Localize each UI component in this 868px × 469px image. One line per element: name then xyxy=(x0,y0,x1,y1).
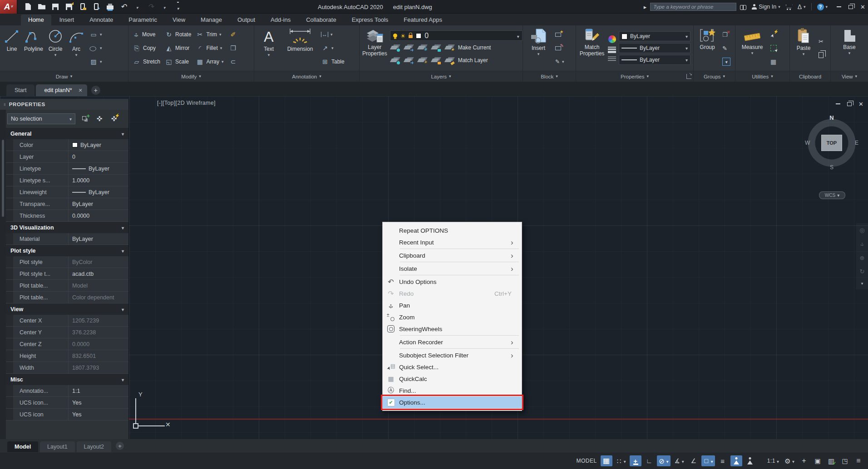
palette-property-row[interactable]: UCS icon... Yes xyxy=(6,397,128,409)
view-cube-west[interactable]: W xyxy=(805,140,810,146)
palette-section-header[interactable]: 3D Visualization xyxy=(6,222,128,233)
scrollbar-thumb[interactable] xyxy=(2,140,4,217)
context-menu-item[interactable]: Repeat OPTIONS xyxy=(383,225,522,236)
view-cube[interactable]: N S W E TOP xyxy=(807,118,857,168)
palette-property-row[interactable]: Lineweight ByLayer xyxy=(6,186,128,198)
search-input[interactable] xyxy=(650,3,736,11)
property-value[interactable]: Yes xyxy=(69,400,128,406)
panel-label-draw[interactable]: Draw xyxy=(0,71,128,82)
viewport-restore-button[interactable] xyxy=(847,102,852,106)
navigation-wheel-icon[interactable]: ◎ xyxy=(859,227,864,234)
quick-select-palette-button[interactable] xyxy=(109,114,119,123)
chevron-down-icon[interactable] xyxy=(75,53,78,57)
view-cube-east[interactable]: E xyxy=(855,140,858,146)
ribbon-tab[interactable]: Add-ins xyxy=(263,15,298,25)
layer-off-button[interactable] xyxy=(390,57,399,64)
paste-button[interactable]: Paste xyxy=(793,27,814,69)
context-menu-item[interactable]: Undo Options xyxy=(383,276,522,288)
qat-button[interactable] xyxy=(119,2,128,12)
status-bar-button[interactable] xyxy=(601,455,612,466)
rotate-button[interactable]: ↻Rotate xyxy=(163,29,192,41)
palette-property-row[interactable]: Material ByLayer xyxy=(6,233,128,245)
panel-label-modify[interactable]: Modify xyxy=(128,71,254,82)
status-bar-button[interactable] xyxy=(630,455,641,466)
view-cube-south[interactable]: S xyxy=(830,164,833,171)
palette-section-header[interactable]: Plot style xyxy=(6,245,128,256)
lineweight-dropdown[interactable]: ByLayer xyxy=(619,43,690,53)
ellipse-button[interactable]: ◯ xyxy=(88,42,104,54)
layer-thaw-all-button[interactable] xyxy=(417,57,426,64)
status-bar-button[interactable] xyxy=(643,455,655,466)
property-value[interactable]: ByLayer xyxy=(69,166,128,172)
new-layout-button[interactable] xyxy=(116,442,124,450)
panel-label-view[interactable]: View xyxy=(831,71,868,82)
palette-property-row[interactable]: Plot table... Model xyxy=(6,280,128,292)
context-menu-item[interactable]: SteeringWheels xyxy=(383,323,522,335)
dialog-launcher-icon[interactable] xyxy=(686,74,691,79)
context-menu-item[interactable]: Redo Ctrl+Y xyxy=(383,288,522,299)
palette-scrollbar[interactable] xyxy=(0,110,6,439)
linear-dimension-button[interactable]: ↔ xyxy=(320,29,346,41)
search-expand-icon[interactable] xyxy=(644,3,647,11)
viewport-close-button[interactable] xyxy=(858,100,863,108)
layer-freeze-button[interactable] xyxy=(417,44,426,51)
wcs-dropdown[interactable]: WCS xyxy=(819,191,845,199)
qat-button[interactable] xyxy=(24,2,33,12)
stretch-button[interactable]: ▱Stretch xyxy=(131,56,162,68)
palette-property-row[interactable]: Linetype ByLayer xyxy=(6,163,128,175)
base-button[interactable]: Base xyxy=(838,27,861,69)
property-value[interactable]: Color dependent xyxy=(69,294,128,301)
context-menu-item[interactable]: Zoom xyxy=(383,311,522,323)
panel-label-annotation[interactable]: Annotation xyxy=(254,71,359,82)
palette-property-row[interactable]: Plot style t... acad.ctb xyxy=(6,268,128,280)
object-color-dropdown[interactable]: ByLayer xyxy=(619,31,690,41)
ribbon-tab[interactable]: View xyxy=(165,15,192,25)
palette-property-row[interactable]: Width 1807.3793 xyxy=(6,362,128,374)
status-bar-button[interactable] xyxy=(783,455,796,466)
application-menu-button[interactable]: A xyxy=(0,0,17,14)
sign-in-button[interactable]: Sign In xyxy=(752,4,780,10)
panel-label-layers[interactable]: Layers xyxy=(360,71,523,82)
arc-button[interactable]: Arc xyxy=(67,27,85,69)
chevron-down-icon[interactable] xyxy=(54,53,57,57)
ungroup-button[interactable]: ❐ xyxy=(721,29,732,41)
qat-button[interactable] xyxy=(78,2,87,12)
restore-button[interactable] xyxy=(848,5,853,9)
qat-button[interactable] xyxy=(92,2,101,12)
group-edit-button[interactable] xyxy=(721,42,732,54)
palette-property-row[interactable]: Linetype s... 1.0000 xyxy=(6,175,128,186)
property-value[interactable]: ByLayer xyxy=(69,201,128,207)
chevron-down-icon[interactable] xyxy=(220,46,222,50)
property-value[interactable]: 0 xyxy=(69,154,128,160)
copy-button[interactable]: ⎘Copy xyxy=(131,42,162,54)
property-value[interactable]: 1.0000 xyxy=(69,177,128,184)
ribbon-tab[interactable]: Collaborate xyxy=(299,15,344,25)
status-bar-button[interactable] xyxy=(701,455,715,466)
erase-button[interactable]: ✐ xyxy=(228,29,239,41)
chevron-down-icon[interactable] xyxy=(751,51,754,55)
pan-tool-icon[interactable] xyxy=(858,240,866,248)
property-value[interactable]: ByLayer xyxy=(69,236,128,242)
context-menu-item[interactable]: Options... xyxy=(383,396,522,408)
layer-properties-button[interactable]: LayerProperties xyxy=(362,27,387,69)
status-bar-button[interactable] xyxy=(825,455,837,466)
group-button[interactable]: Group xyxy=(696,27,718,69)
property-value[interactable]: 832.6501 xyxy=(69,353,128,359)
context-menu-item[interactable]: Clipboard xyxy=(383,249,522,261)
property-value[interactable]: ByLayer xyxy=(69,189,128,195)
store-cart-icon[interactable] xyxy=(786,5,792,10)
text-button[interactable]: A Text xyxy=(257,27,281,69)
search-icon[interactable] xyxy=(740,5,746,9)
view-cube-top-face[interactable]: TOP xyxy=(821,135,842,151)
qat-button[interactable] xyxy=(133,2,142,12)
ribbon-tab[interactable]: Home xyxy=(21,15,51,25)
layer-lock-button[interactable] xyxy=(431,44,440,51)
context-menu-item[interactable]: Quick Select... xyxy=(383,361,522,373)
layout-tab[interactable]: Model xyxy=(7,441,38,452)
group-selection-toggle[interactable] xyxy=(721,56,732,68)
palette-property-row[interactable]: Layer 0 xyxy=(6,151,128,163)
close-button[interactable] xyxy=(860,3,865,11)
close-tab-icon[interactable] xyxy=(79,87,83,93)
chevron-down-icon[interactable] xyxy=(538,52,540,56)
panel-label-block[interactable]: Block xyxy=(523,71,576,82)
